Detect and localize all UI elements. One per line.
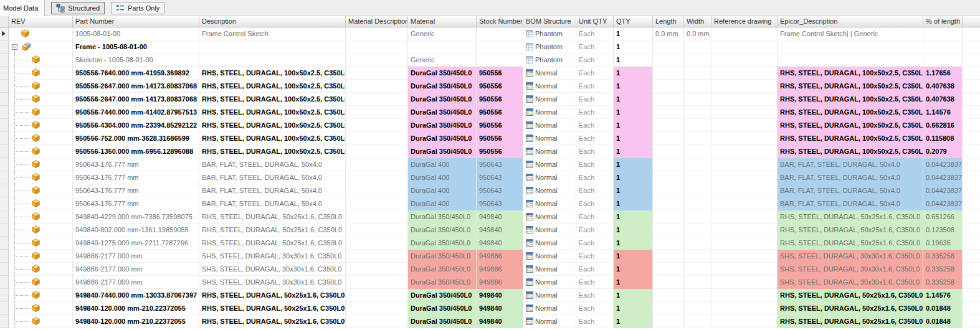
column-header-rev[interactable]: REV bbox=[9, 16, 73, 27]
cell-epicor-description[interactable]: RHS, STEEL, DURAGAL, 100x50x2.5, C350L0 bbox=[778, 119, 923, 132]
table-row[interactable]: 950643-176.777 mmBAR, FLAT, STEEL, DURAG… bbox=[0, 197, 980, 210]
cell-epicor-description[interactable]: RHS, STEEL, DURAGAL, 50x25x1.6, C350L0 bbox=[778, 289, 923, 302]
cell-length[interactable] bbox=[653, 40, 684, 54]
cell-unit-qty[interactable]: Each bbox=[576, 276, 614, 289]
cell-reference-drawing[interactable] bbox=[711, 210, 778, 224]
cell-reference-drawing[interactable] bbox=[711, 54, 778, 67]
cell-stock-number[interactable] bbox=[477, 54, 523, 67]
cell-pct-of-length[interactable]: 0.2079 bbox=[923, 145, 963, 158]
cell-qty[interactable]: 1 bbox=[614, 210, 653, 224]
cell-epicor-description[interactable]: RHS, STEEL, DURAGAL, 50x25x1.6, C350L0 bbox=[778, 302, 923, 315]
cell-width[interactable] bbox=[684, 302, 711, 315]
cell-description[interactable]: BAR, FLAT, STEEL, DURAGAL, 50x4.0 bbox=[199, 158, 346, 171]
cell-bom-structure[interactable]: Normal bbox=[523, 302, 576, 315]
column-header-unit-qty[interactable]: Unit QTY bbox=[576, 16, 614, 27]
row-selector[interactable] bbox=[0, 27, 9, 40]
cell-description[interactable]: SHS, STEEL, DURAGAL, 30x30x1.6, C350L0 bbox=[199, 250, 346, 263]
cell-width[interactable] bbox=[684, 171, 711, 184]
cell-material[interactable] bbox=[408, 40, 477, 54]
cell-length[interactable] bbox=[653, 263, 684, 276]
cell-material-description[interactable] bbox=[346, 171, 408, 184]
cell-reference-drawing[interactable] bbox=[711, 237, 778, 250]
cell-reference-drawing[interactable] bbox=[711, 27, 778, 40]
cell-qty[interactable]: 1 bbox=[614, 315, 653, 328]
cell-reference-drawing[interactable] bbox=[711, 80, 778, 93]
cell-part-number[interactable]: 949840-1275.000 mm-2211.7287266 bbox=[73, 237, 199, 250]
column-header-part-number[interactable]: Part Number bbox=[73, 16, 199, 27]
cell-stock-number[interactable]: 950556 bbox=[477, 106, 523, 119]
cell-description[interactable]: RHS, STEEL, DURAGAL, 100x50x2.5, C350L0 bbox=[199, 80, 346, 93]
cell-stock-number[interactable]: 950556 bbox=[477, 67, 523, 80]
cell-width[interactable] bbox=[684, 119, 711, 132]
cell-material-description[interactable] bbox=[346, 184, 408, 197]
cell-epicor-description[interactable]: RHS, STEEL, DURAGAL, 50x25x1.6, C350L0 bbox=[778, 315, 923, 328]
cell-unit-qty[interactable]: Each bbox=[576, 54, 614, 67]
cell-rev-tree[interactable] bbox=[9, 184, 73, 197]
cell-rev-tree[interactable] bbox=[9, 27, 73, 40]
row-selector[interactable] bbox=[0, 132, 9, 145]
row-selector[interactable] bbox=[0, 197, 9, 210]
cell-rev-tree[interactable] bbox=[9, 224, 73, 237]
cell-material-description[interactable] bbox=[346, 132, 408, 145]
cell-epicor-description[interactable]: RHS, STEEL, DURAGAL, 100x50x2.5, C350L0 bbox=[778, 106, 923, 119]
cell-rev-tree[interactable] bbox=[9, 263, 73, 276]
cell-pct-of-length[interactable]: 1.17656 bbox=[923, 67, 963, 80]
cell-width[interactable] bbox=[684, 250, 711, 263]
cell-unit-qty[interactable]: Each bbox=[576, 93, 614, 106]
cell-description[interactable] bbox=[199, 40, 346, 54]
cell-pct-of-length[interactable]: 0.01848 bbox=[923, 315, 963, 328]
cell-epicor-description[interactable]: RHS, STEEL, DURAGAL, 50x25x1.6, C350L0 bbox=[778, 210, 923, 224]
row-selector[interactable] bbox=[0, 302, 9, 315]
cell-qty[interactable]: 1 bbox=[614, 27, 653, 40]
cell-epicor-description[interactable]: RHS, STEEL, DURAGAL, 50x25x1.6, C350L0 bbox=[778, 224, 923, 237]
cell-width[interactable] bbox=[684, 67, 711, 80]
cell-material[interactable]: DuraGal 400 bbox=[408, 197, 477, 210]
cell-qty[interactable]: 1 bbox=[614, 40, 653, 54]
cell-unit-qty[interactable]: Each bbox=[576, 40, 614, 54]
cell-material-description[interactable] bbox=[346, 302, 408, 315]
cell-part-number[interactable]: 949886-2177.000 mm bbox=[73, 276, 199, 289]
table-row[interactable]: 950643-176.777 mmBAR, FLAT, STEEL, DURAG… bbox=[0, 184, 980, 197]
row-selector[interactable] bbox=[0, 210, 9, 224]
cell-epicor-description[interactable]: SHS, STEEL, DURAGAL, 30x30x1.6, C350L0 bbox=[778, 250, 923, 263]
cell-unit-qty[interactable]: Each bbox=[576, 67, 614, 80]
cell-bom-structure[interactable]: Normal bbox=[523, 119, 576, 132]
cell-reference-drawing[interactable] bbox=[711, 119, 778, 132]
cell-rev-tree[interactable] bbox=[9, 67, 73, 80]
cell-material-description[interactable] bbox=[346, 119, 408, 132]
cell-description[interactable]: RHS, STEEL, DURAGAL, 50x25x1.6, C350L0 bbox=[199, 237, 346, 250]
cell-stock-number[interactable]: 950556 bbox=[477, 80, 523, 93]
cell-material-description[interactable] bbox=[346, 237, 408, 250]
cell-length[interactable] bbox=[653, 171, 684, 184]
cell-bom-structure[interactable]: Normal bbox=[523, 132, 576, 145]
cell-part-number[interactable]: 950556-2647.000 mm-14173.80837068 bbox=[73, 93, 199, 106]
cell-epicor-description[interactable]: Frame Control Sketch| | Generic bbox=[778, 27, 923, 40]
cell-bom-structure[interactable]: Normal bbox=[523, 315, 576, 328]
cell-rev-tree[interactable] bbox=[9, 210, 73, 224]
cell-width[interactable] bbox=[684, 54, 711, 67]
table-row[interactable]: 949886-2177.000 mmSHS, STEEL, DURAGAL, 3… bbox=[0, 276, 980, 289]
cell-description[interactable]: BAR, FLAT, STEEL, DURAGAL, 50x4.0 bbox=[199, 184, 346, 197]
cell-stock-number[interactable]: 950643 bbox=[477, 158, 523, 171]
cell-epicor-description[interactable] bbox=[778, 40, 923, 54]
cell-stock-number[interactable]: 950643 bbox=[477, 184, 523, 197]
cell-width[interactable] bbox=[684, 106, 711, 119]
cell-stock-number[interactable]: 950643 bbox=[477, 171, 523, 184]
table-row[interactable]: 950556-2647.000 mm-14173.80837068RHS, ST… bbox=[0, 93, 980, 106]
cell-pct-of-length[interactable]: 1.14576 bbox=[923, 106, 963, 119]
cell-rev-tree[interactable] bbox=[9, 197, 73, 210]
cell-description[interactable]: RHS, STEEL, DURAGAL, 100x50x2.5, C350L0 bbox=[199, 132, 346, 145]
cell-rev-tree[interactable] bbox=[9, 93, 73, 106]
cell-pct-of-length[interactable]: 0.123508 bbox=[923, 224, 963, 237]
column-header-bom-structure[interactable]: BOM Structure bbox=[523, 16, 576, 27]
cell-length[interactable] bbox=[653, 132, 684, 145]
cell-width[interactable] bbox=[684, 132, 711, 145]
cell-qty[interactable]: 1 bbox=[614, 302, 653, 315]
cell-qty[interactable]: 1 bbox=[614, 106, 653, 119]
cell-length[interactable] bbox=[653, 302, 684, 315]
cell-reference-drawing[interactable] bbox=[711, 132, 778, 145]
column-header-epicor-description[interactable]: Epicor_Description bbox=[778, 16, 923, 27]
cell-reference-drawing[interactable] bbox=[711, 224, 778, 237]
cell-rev-tree[interactable] bbox=[9, 250, 73, 263]
cell-width[interactable] bbox=[684, 80, 711, 93]
